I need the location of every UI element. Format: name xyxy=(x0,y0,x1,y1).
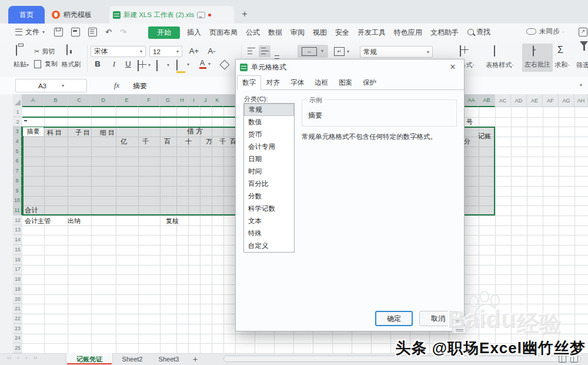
ribbon-tab-文档助手[interactable]: 文档助手 xyxy=(430,28,459,38)
grow-font-button[interactable]: A+ xyxy=(187,47,201,55)
col-header-I[interactable]: I xyxy=(188,94,200,107)
align-middle-button[interactable] xyxy=(259,45,270,57)
col-header-C[interactable]: C xyxy=(68,94,91,107)
bold-button[interactable]: B xyxy=(92,59,103,68)
category-item-百分比[interactable]: 百分比 xyxy=(244,178,294,190)
dialog-tab-对齐[interactable]: 对齐 xyxy=(261,75,285,90)
ribbon-tab-数据[interactable]: 数据 xyxy=(268,28,282,38)
print-icon[interactable] xyxy=(71,28,80,36)
category-item-常规[interactable]: 常规 xyxy=(244,104,294,116)
widget-button-top[interactable] xyxy=(452,316,466,324)
col-header-partial[interactable] xyxy=(223,94,235,107)
merge-center-button[interactable]: ↔ ▾ xyxy=(298,45,328,58)
print-preview-icon[interactable] xyxy=(88,28,97,36)
active-cell-a3[interactable]: 摘要 xyxy=(23,127,44,136)
col-header-AA[interactable]: AA xyxy=(465,94,479,107)
ribbon-tab-审阅[interactable]: 审阅 xyxy=(290,28,305,38)
row-header-2[interactable]: 2 xyxy=(13,117,22,127)
row-header-18[interactable]: 18 xyxy=(13,274,22,284)
col-header-F[interactable]: F xyxy=(138,94,160,107)
row-header-15[interactable]: 15 xyxy=(13,245,22,255)
tab-docer[interactable]: 稻壳模板 xyxy=(47,6,108,24)
ribbon-tab-视图[interactable]: 视图 xyxy=(313,28,327,38)
row-header-20[interactable]: 20 xyxy=(13,294,22,304)
share-icon[interactable]: ↗ xyxy=(579,28,587,36)
category-item-货币[interactable]: 货币 xyxy=(244,128,294,141)
name-box[interactable]: A3 ▾ xyxy=(15,79,87,92)
select-all-corner[interactable] xyxy=(13,94,22,107)
autosum-button[interactable]: Σ xyxy=(557,45,563,55)
row-header-13[interactable]: 13 xyxy=(13,225,22,235)
cancel-button[interactable]: 取消 xyxy=(419,311,457,326)
category-item-自定义[interactable]: 自定义 xyxy=(244,240,294,252)
category-item-日期[interactable]: 日期 xyxy=(244,153,294,165)
view-page-icon[interactable] xyxy=(570,355,578,363)
next-sheet-icon[interactable]: › xyxy=(25,354,28,361)
row-header-8[interactable]: 8 xyxy=(13,176,22,186)
fill-color-button[interactable]: ▾ xyxy=(176,60,178,71)
dialog-tab-边框[interactable]: 边框 xyxy=(309,75,333,90)
row-header-3[interactable]: 3 xyxy=(13,127,22,137)
row-header-14[interactable]: 14 xyxy=(13,235,22,245)
ribbon-tab-页面布局[interactable]: 页面布局 xyxy=(209,28,238,38)
file-menu-button[interactable]: 文件 ▾ xyxy=(15,27,45,37)
wrap-text-button[interactable]: ↵ ▾ xyxy=(333,46,353,58)
font-size-select[interactable]: 12▾ xyxy=(149,46,182,57)
col-header-AF[interactable]: AF xyxy=(543,94,559,107)
formula-bar-expand-icon[interactable]: ▾ xyxy=(580,82,582,88)
sync-status[interactable]: 未同步 · xyxy=(526,27,564,36)
table-style-button[interactable] xyxy=(494,46,495,57)
row-header-24[interactable]: 24 xyxy=(13,334,22,344)
find-button[interactable]: 查找 xyxy=(467,27,490,37)
insert-function-button[interactable]: fx xyxy=(114,81,119,90)
floating-tool-widget[interactable] xyxy=(452,316,466,334)
copy-button[interactable]: 复制 xyxy=(34,59,58,68)
col-header-E[interactable]: E xyxy=(116,94,138,107)
row-header-1[interactable]: 1 xyxy=(13,107,22,117)
view-normal-icon[interactable] xyxy=(559,355,566,363)
category-item-特殊[interactable]: 特殊 xyxy=(244,227,294,240)
horizontal-scrollbar[interactable] xyxy=(223,356,581,362)
category-item-分数[interactable]: 分数 xyxy=(244,190,294,203)
col-header-AG[interactable]: AG xyxy=(559,94,574,107)
category-item-时间[interactable]: 时间 xyxy=(244,165,294,178)
eraser-button[interactable] xyxy=(221,61,228,68)
tab-document[interactable]: 新建 XLS 工作表 (2).xls xyxy=(109,6,234,24)
redo-icon[interactable]: ↷ xyxy=(120,28,126,36)
row-header-5[interactable]: 5 xyxy=(13,147,22,157)
prev-sheet-icon[interactable]: ‹ xyxy=(17,354,19,361)
comment-bubble-icon[interactable] xyxy=(197,12,205,18)
ok-button[interactable]: 确定 xyxy=(375,311,413,326)
row-header-23[interactable]: 23 xyxy=(13,324,22,334)
new-tab-button[interactable]: + xyxy=(239,8,250,20)
underline-button[interactable]: U xyxy=(122,59,134,68)
ribbon-tab-安全[interactable]: 安全 xyxy=(335,28,349,38)
sheet-tab-Sheet2[interactable]: Sheet2 xyxy=(115,353,149,365)
dialog-tab-字体[interactable]: 字体 xyxy=(285,75,309,90)
ribbon-tab-特色应用[interactable]: 特色应用 xyxy=(394,28,422,38)
col-header-AC[interactable]: AC xyxy=(495,94,511,107)
annotate-button[interactable]: 左右批注 xyxy=(522,44,553,72)
tab-home[interactable]: 首页 xyxy=(8,6,45,24)
col-header-AE[interactable]: AE xyxy=(527,94,543,107)
filter-button[interactable] xyxy=(580,47,588,57)
last-sheet-icon[interactable]: ›› xyxy=(34,354,38,361)
col-header-D[interactable]: D xyxy=(91,94,116,107)
font-name-select[interactable]: 宋体▾ xyxy=(91,46,146,57)
row-header-21[interactable]: 21 xyxy=(13,304,22,314)
conditional-format-button[interactable] xyxy=(460,46,461,57)
col-header-AD[interactable]: AD xyxy=(511,94,527,107)
col-header-B[interactable]: B xyxy=(44,94,68,107)
ribbon-tab-开发工具[interactable]: 开发工具 xyxy=(358,28,386,38)
font-color-button[interactable]: A▾ xyxy=(200,59,205,67)
sheet-tab-Sheet3[interactable]: Sheet3 xyxy=(152,353,186,365)
col-header-K[interactable]: K xyxy=(212,94,223,107)
undo-icon[interactable]: ↶ xyxy=(105,28,112,36)
category-item-文本[interactable]: 文本 xyxy=(244,215,294,227)
row-header-9[interactable]: 9 xyxy=(13,186,22,196)
formula-value[interactable]: 摘要 xyxy=(133,81,147,91)
category-item-科学记数[interactable]: 科学记数 xyxy=(244,203,294,215)
col-header-G[interactable]: G xyxy=(160,94,176,107)
dialog-title-bar[interactable]: 单元格格式 xyxy=(236,59,464,75)
save-icon[interactable] xyxy=(54,28,63,36)
